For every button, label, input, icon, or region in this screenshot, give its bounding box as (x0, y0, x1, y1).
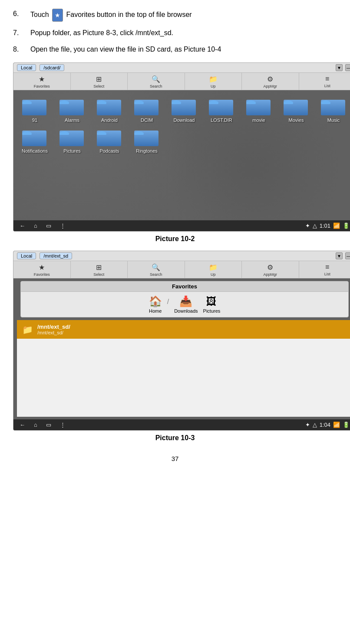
sdcard-path-button[interactable]: /sdcard/ (40, 64, 64, 71)
back-button-1[interactable]: ← (20, 222, 25, 229)
file-browser-1: Local /sdcard/ ▼ — ★ Favorites ⊞ Select … (13, 62, 350, 232)
titlebar-left-2: Local /mnt/ext_sd (17, 252, 72, 259)
favorites-icon-2: ★ (39, 263, 45, 271)
favorites-popup: Favorites 🏠 Home / 📥 Downloads 🖼 Picture… (20, 281, 349, 317)
folder-item-alarms[interactable]: Alarms (55, 95, 89, 123)
downloads-label: Downloads (174, 308, 198, 314)
folder-item-movies[interactable]: Movies (279, 95, 313, 123)
folder-item-movie[interactable]: movie (242, 95, 276, 123)
folder-grid-1: 91 Alarms Android (18, 95, 350, 154)
home-label: Home (149, 308, 162, 314)
folder-label-music: Music (327, 118, 340, 123)
folder-item-pictures[interactable]: Pictures (55, 126, 89, 154)
settings-icon-1: ✦ (305, 222, 310, 229)
local-button-1[interactable]: Local (17, 64, 36, 71)
svg-rect-35 (97, 133, 106, 135)
dropdown-button-2[interactable]: ▼ (336, 252, 343, 259)
selected-folder-row[interactable]: 📁 /mnt/ext_sd/ /mnt/ext_sd/ (17, 320, 350, 339)
favorites-label-2: Favorites (34, 272, 50, 277)
toolbar-appmgr-2[interactable]: ⚙ AppMgr (242, 261, 299, 278)
selected-path-sub: /mnt/ext_sd/ (37, 330, 70, 335)
titlebar-1: Local /sdcard/ ▼ — (13, 63, 350, 73)
folder-item-android[interactable]: Android (92, 95, 126, 123)
ext-sd-path-button[interactable]: /mnt/ext_sd (40, 252, 72, 259)
toolbar-up-2[interactable]: 📁 Up (185, 261, 242, 278)
svg-rect-38 (134, 133, 144, 135)
picture-10-2-block: Local /sdcard/ ▼ — ★ Favorites ⊞ Select … (13, 62, 337, 243)
recents-button-2[interactable]: ▭ (46, 422, 51, 428)
folder-item-music[interactable]: Music (317, 95, 350, 123)
folder-icon-movie (246, 95, 271, 116)
selected-folder-info: /mnt/ext_sd/ /mnt/ext_sd/ (37, 324, 70, 335)
folder-item-download[interactable]: Download (167, 95, 201, 123)
folder-item-notifications[interactable]: Notifications (18, 126, 52, 154)
toolbar-1: ★ Favorites ⊞ Select 🔍 Search 📁 Up ⚙ App… (13, 73, 350, 90)
toolbar-list-1[interactable]: ≡ List (299, 73, 350, 90)
file-browser-2: Local /mnt/ext_sd ▼ — ★ Favorites ⊞ Sele… (13, 251, 350, 431)
toolbar-search-1[interactable]: 🔍 Search (128, 73, 185, 90)
toolbar-select-2[interactable]: ⊞ Select (71, 261, 128, 278)
favorites-popup-header: Favorites (21, 281, 348, 292)
selected-folder-icon: 📁 (22, 324, 33, 335)
folder-item-ringtones[interactable]: Ringtones (130, 126, 164, 154)
menu-button-1[interactable]: ⋮ (60, 222, 66, 229)
select-icon-1: ⊞ (96, 75, 102, 83)
up-icon-1: 📁 (209, 75, 218, 83)
folder-label-podcasts: Podcasts (99, 148, 119, 154)
toolbar-appmgr-1[interactable]: ⚙ AppMgr (242, 73, 299, 90)
alert-icon-2: △ (313, 422, 317, 428)
svg-rect-26 (321, 102, 330, 104)
toolbar-list-2[interactable]: ≡ List (299, 261, 350, 278)
search-icon-1: 🔍 (152, 75, 160, 83)
up-label-2: Up (211, 272, 216, 277)
file-browser-empty-area (17, 339, 350, 417)
favorites-button-icon (52, 9, 63, 22)
folder-icon-ringtones (134, 126, 159, 147)
toolbar-favorites-1[interactable]: ★ Favorites (13, 73, 71, 90)
svg-rect-32 (59, 133, 69, 135)
toolbar-search-2[interactable]: 🔍 Search (128, 261, 185, 278)
instruction-6: 6. Touch Favorites button in the top of … (13, 9, 337, 22)
instructions-section: 6. Touch Favorites button in the top of … (13, 9, 337, 55)
toolbar-2: ★ Favorites ⊞ Select 🔍 Search 📁 Up ⚙ App… (13, 261, 350, 278)
instruction-text-6: Touch Favorites button in the top of fil… (30, 9, 192, 22)
pictures-icon: 🖼 (206, 295, 217, 307)
appmgr-icon-1: ⚙ (267, 75, 273, 83)
fav-item-downloads[interactable]: 📥 Downloads (174, 295, 198, 314)
folder-item-lost.dir[interactable]: LOST.DIR (205, 95, 238, 123)
statusbar-2: ← ⌂ ▭ ⋮ ✦ △ 1:04 📶 🔋 (13, 419, 350, 430)
dropdown-button-1[interactable]: ▼ (336, 64, 343, 71)
fav-item-pictures[interactable]: 🖼 Pictures (203, 295, 221, 314)
folder-item-podcasts[interactable]: Podcasts (92, 126, 126, 154)
instruction-num-6: 6. (13, 9, 30, 19)
toolbar-select-1[interactable]: ⊞ Select (71, 73, 128, 90)
folder-icon-lost.dir (209, 95, 234, 116)
titlebar-2: Local /mnt/ext_sd ▼ — (13, 251, 350, 261)
instruction-text-7: Popup folder, as Picture 8-3, click /mnt… (30, 28, 173, 38)
fav-item-home[interactable]: 🏠 Home (149, 295, 162, 314)
folder-icon-movies (284, 95, 309, 116)
appmgr-label-1: AppMgr (263, 84, 277, 88)
statusbar-left-1: ← ⌂ ▭ ⋮ (20, 222, 66, 229)
folder-label-ringtones: Ringtones (136, 148, 158, 154)
toolbar-up-1[interactable]: 📁 Up (185, 73, 242, 90)
svg-rect-23 (284, 102, 293, 104)
back-button-2[interactable]: ← (20, 422, 25, 428)
folder-icon-91 (22, 95, 47, 116)
statusbar-right-1: ✦ △ 1:01 📶 🔋 (305, 222, 350, 229)
folder-item-91[interactable]: 91 (18, 95, 52, 123)
recents-button-1[interactable]: ▭ (46, 222, 51, 229)
folder-icon-alarms (59, 95, 85, 116)
minimize-button-1[interactable]: — (345, 64, 350, 71)
picture-caption-2: Picture 10-3 (13, 434, 337, 442)
local-button-2[interactable]: Local (17, 252, 36, 259)
alert-icon-1: △ (313, 222, 317, 229)
select-icon-2: ⊞ (96, 263, 102, 271)
home-button-2[interactable]: ⌂ (34, 422, 37, 428)
home-button-1[interactable]: ⌂ (34, 222, 37, 229)
menu-button-2[interactable]: ⋮ (60, 422, 66, 428)
toolbar-favorites-2[interactable]: ★ Favorites (13, 261, 71, 278)
folder-item-dcim[interactable]: DCIM (130, 95, 164, 123)
minimize-button-2[interactable]: — (345, 252, 350, 259)
statusbar-left-2: ← ⌂ ▭ ⋮ (20, 422, 66, 428)
